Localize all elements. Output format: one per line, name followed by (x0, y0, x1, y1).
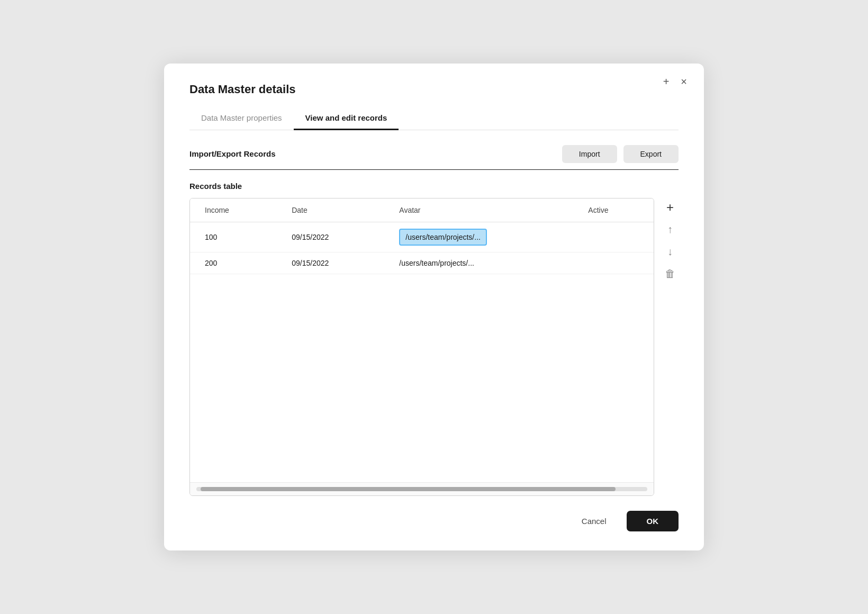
add-row-icon: + (666, 200, 674, 215)
side-actions: + ↑ ↓ 🗑 (654, 198, 679, 496)
cell-active-2 (573, 252, 654, 274)
table-scroll[interactable]: Income Date Avatar Active 100 09/15/2022 (190, 198, 654, 483)
close-icon: × (681, 76, 687, 87)
cell-income-1: 100 (190, 222, 277, 252)
records-table-label: Records table (189, 182, 679, 191)
dialog-top-icons: + × (661, 75, 689, 88)
col-avatar: Avatar (384, 198, 573, 222)
dialog-footer: Cancel OK (189, 511, 679, 531)
delete-icon: 🗑 (665, 268, 675, 280)
move-up-button[interactable]: ↑ (662, 221, 679, 238)
tab-data-master-properties[interactable]: Data Master properties (189, 108, 294, 130)
scrollbar-thumb (201, 487, 616, 491)
divider (189, 169, 679, 170)
horizontal-scrollbar[interactable] (196, 487, 647, 491)
add-icon-button[interactable]: + (661, 75, 672, 88)
ok-button[interactable]: OK (627, 511, 679, 531)
cell-avatar-1[interactable]: /users/team/projects/... (384, 222, 573, 252)
export-button[interactable]: Export (623, 145, 679, 163)
cell-date-2: 09/15/2022 (277, 252, 384, 274)
cell-avatar-2: /users/team/projects/... (384, 252, 573, 274)
tab-content-records: Import/Export Records Import Export Reco… (189, 130, 679, 496)
plus-icon: + (663, 76, 670, 87)
table-row[interactable]: 100 09/15/2022 /users/team/projects/... (190, 222, 654, 252)
table-area: Income Date Avatar Active 100 09/15/2022 (189, 198, 679, 496)
dialog: + × Data Master details Data Master prop… (164, 64, 704, 550)
delete-row-button[interactable]: 🗑 (662, 266, 679, 283)
cell-date-1: 09/15/2022 (277, 222, 384, 252)
col-date: Date (277, 198, 384, 222)
tabs-bar: Data Master properties View and edit rec… (189, 108, 679, 130)
cell-income-2: 200 (190, 252, 277, 274)
col-income: Income (190, 198, 277, 222)
import-export-row: Import/Export Records Import Export (189, 145, 679, 163)
dialog-title: Data Master details (189, 83, 679, 96)
scrollbar-row (190, 482, 654, 495)
import-export-buttons: Import Export (562, 145, 679, 163)
tab-view-edit-records[interactable]: View and edit records (294, 108, 399, 130)
arrow-down-icon: ↓ (667, 246, 673, 258)
close-button[interactable]: × (679, 75, 689, 88)
add-row-button[interactable]: + (662, 199, 679, 216)
table-row[interactable]: 200 09/15/2022 /users/team/projects/... (190, 252, 654, 274)
arrow-up-icon: ↑ (667, 223, 673, 236)
table-header-row: Income Date Avatar Active (190, 198, 654, 222)
col-active: Active (573, 198, 654, 222)
cell-active-1 (573, 222, 654, 252)
records-table: Income Date Avatar Active 100 09/15/2022 (190, 198, 654, 274)
avatar-cell-selected[interactable]: /users/team/projects/... (399, 229, 487, 246)
import-button[interactable]: Import (562, 145, 617, 163)
import-export-label: Import/Export Records (189, 149, 276, 158)
move-down-button[interactable]: ↓ (662, 243, 679, 260)
cancel-button[interactable]: Cancel (570, 511, 618, 531)
table-wrapper: Income Date Avatar Active 100 09/15/2022 (189, 198, 654, 496)
